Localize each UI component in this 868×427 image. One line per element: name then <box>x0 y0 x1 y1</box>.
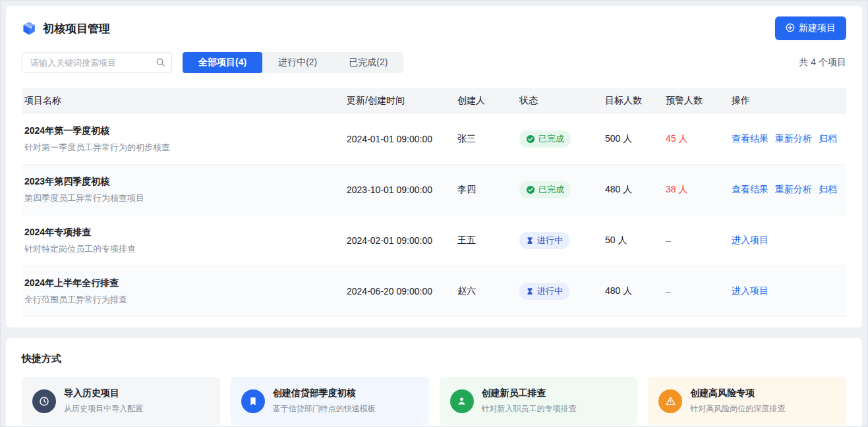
shortcut-credit-dept-review[interactable]: 创建信贷部季度初核 基于信贷部门特点的快速模板 <box>231 377 429 425</box>
project-creator: 王五 <box>455 235 517 246</box>
page-header: 初核项目管理 新建项目 <box>22 16 846 40</box>
col-status: 状态 <box>517 95 602 107</box>
project-name: 2023年第四季度初核 <box>24 176 341 188</box>
search-icon <box>156 57 165 70</box>
total-count-text: 共 4 个项目 <box>799 57 846 69</box>
new-project-button[interactable]: 新建项目 <box>775 16 846 40</box>
table-row: 2023年第四季度初核 第四季度员工异常行为核查项目 2023-10-01 09… <box>22 165 846 215</box>
col-project-name: 项目名称 <box>22 95 344 107</box>
shortcut-desc: 基于信贷部门特点的快速模板 <box>273 403 376 414</box>
search-box <box>22 52 172 73</box>
project-desc: 全行范围员工异常行为排查 <box>24 294 341 306</box>
tab-in-progress[interactable]: 进行中(2) <box>262 52 333 73</box>
shortcut-desc: 针对高风险岗位的深度排查 <box>690 403 785 414</box>
target-count: 500 人 <box>602 133 663 145</box>
project-desc: 针对特定岗位员工的专项排查 <box>24 243 341 255</box>
hourglass-icon <box>526 237 534 244</box>
project-time: 2024-06-20 09:00:00 <box>344 286 455 297</box>
col-warning: 预警人数 <box>663 95 729 107</box>
project-name: 2024年第一季度初核 <box>24 125 341 137</box>
shortcut-title: 创建信贷部季度初核 <box>273 387 376 399</box>
shortcut-new-employee-check[interactable]: 创建新员工排查 针对新入职员工的专项排查 <box>440 377 638 425</box>
project-creator: 张三 <box>455 133 517 145</box>
col-creator: 创建人 <box>455 95 517 107</box>
shortcut-title: 创建新员工排查 <box>482 387 577 399</box>
warning-count: – <box>663 286 729 297</box>
shortcuts-title: 快捷方式 <box>22 353 846 365</box>
warning-icon <box>658 389 682 413</box>
plus-circle-icon <box>786 23 795 34</box>
action-archive[interactable]: 归档 <box>819 133 837 145</box>
action-enter-project[interactable]: 进入项目 <box>732 285 768 297</box>
action-view-results[interactable]: 查看结果 <box>732 184 768 196</box>
col-target: 目标人数 <box>602 95 663 107</box>
status-badge: 已完成 <box>519 130 571 148</box>
bookmark-icon <box>241 389 265 413</box>
col-time: 更新/创建时间 <box>344 95 455 107</box>
target-count: 480 人 <box>602 184 663 196</box>
user-icon <box>450 389 474 413</box>
project-time: 2024-02-01 09:00:00 <box>344 235 455 246</box>
warning-count: 38 人 <box>663 184 729 196</box>
action-enter-project[interactable]: 进入项目 <box>732 235 768 246</box>
table-row: 2024年专项排查 针对特定岗位员工的专项排查 2024-02-01 09:00… <box>22 215 846 266</box>
project-time: 2023-10-01 09:00:00 <box>344 185 455 195</box>
table-row: 2024年第一季度初核 针对第一季度员工异常行为的初步核查 2024-01-01… <box>22 114 846 165</box>
table-header: 项目名称 更新/创建时间 创建人 状态 目标人数 预警人数 操作 <box>22 88 846 114</box>
shortcut-title: 创建高风险专项 <box>690 387 785 399</box>
target-count: 50 人 <box>602 235 663 246</box>
shortcut-high-risk-special[interactable]: 创建高风险专项 针对高风险岗位的深度排查 <box>648 377 846 425</box>
toolbar: 全部项目(4) 进行中(2) 已完成(2) 共 4 个项目 <box>22 52 846 73</box>
check-circle-icon <box>526 185 535 194</box>
project-name: 2024年专项排查 <box>24 227 341 239</box>
page-title: 初核项目管理 <box>43 21 110 36</box>
shortcut-desc: 从历史项目中导入配置 <box>64 403 143 414</box>
col-actions: 操作 <box>729 95 846 107</box>
status-badge: 进行中 <box>519 232 569 249</box>
warning-count: 45 人 <box>663 133 729 145</box>
status-badge: 进行中 <box>519 283 569 300</box>
table-row: 2024年上半年全行排查 全行范围员工异常行为排查 2024-06-20 09:… <box>22 266 846 317</box>
project-desc: 针对第一季度员工异常行为的初步核查 <box>24 142 341 154</box>
search-input[interactable] <box>22 52 172 73</box>
cube-logo-icon <box>22 21 36 36</box>
filter-tabs: 全部项目(4) 进行中(2) 已完成(2) <box>183 52 403 73</box>
tab-all-projects[interactable]: 全部项目(4) <box>183 52 262 73</box>
action-reanalyze[interactable]: 重新分析 <box>775 184 812 196</box>
shortcut-import-history[interactable]: 导入历史项目 从历史项目中导入配置 <box>22 377 220 425</box>
project-creator: 赵六 <box>455 285 517 297</box>
action-view-results[interactable]: 查看结果 <box>732 133 768 145</box>
status-badge: 已完成 <box>519 181 571 198</box>
project-desc: 第四季度员工异常行为核查项目 <box>24 192 341 204</box>
check-circle-icon <box>526 134 535 144</box>
shortcut-title: 导入历史项目 <box>64 387 143 399</box>
warning-count: – <box>663 235 729 246</box>
tab-completed[interactable]: 已完成(2) <box>333 52 403 73</box>
project-name: 2024年上半年全行排查 <box>24 277 341 289</box>
project-management-panel: 初核项目管理 新建项目 全部项目(4) 进行中(2) <box>6 6 862 327</box>
project-time: 2024-01-01 09:00:00 <box>344 134 455 144</box>
action-archive[interactable]: 归档 <box>819 184 837 196</box>
action-reanalyze[interactable]: 重新分析 <box>775 133 812 145</box>
shortcut-desc: 针对新入职员工的专项排查 <box>482 403 577 414</box>
project-creator: 李四 <box>455 184 517 196</box>
shortcuts-panel: 快捷方式 导入历史项目 从历史项目中导入配置 创建信贷部季度初核 <box>6 338 862 427</box>
hourglass-icon <box>526 287 534 295</box>
history-icon <box>32 389 56 413</box>
target-count: 480 人 <box>602 285 663 297</box>
